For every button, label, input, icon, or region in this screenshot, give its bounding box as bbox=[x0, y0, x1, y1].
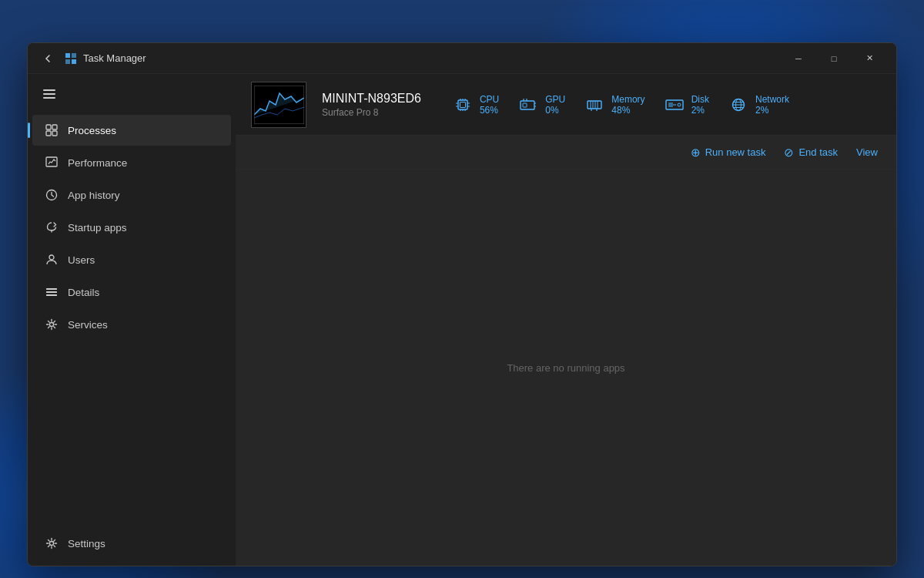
machine-info: MININT-N893ED6 Surface Pro 8 bbox=[322, 92, 421, 118]
empty-message: There are no running apps bbox=[507, 362, 624, 374]
gpu-label: GPU bbox=[545, 94, 565, 105]
disk-value: 2% bbox=[691, 105, 709, 116]
minimize-button[interactable]: ─ bbox=[781, 46, 816, 71]
network-label: Network bbox=[755, 94, 789, 105]
disk-label: Disk bbox=[691, 94, 709, 105]
apphistory-icon bbox=[45, 188, 59, 202]
sidebar-item-app-history-label: App history bbox=[68, 190, 120, 201]
sidebar-item-processes-label: Processes bbox=[68, 125, 116, 136]
sidebar-item-users-label: Users bbox=[68, 254, 95, 266]
cpu-value: 56% bbox=[480, 105, 499, 116]
sidebar-item-users[interactable]: Users bbox=[32, 244, 231, 275]
svg-rect-5 bbox=[43, 93, 55, 95]
sidebar-item-startup-apps[interactable]: Startup apps bbox=[32, 212, 231, 243]
sidebar-item-startup-apps-label: Startup apps bbox=[68, 222, 127, 234]
metric-memory: Memory 48% bbox=[584, 94, 644, 116]
sidebar-item-processes[interactable]: Processes bbox=[32, 115, 231, 146]
sidebar: Processes Performance bbox=[28, 74, 236, 566]
memory-label: Memory bbox=[611, 94, 644, 105]
svg-rect-34 bbox=[523, 103, 527, 107]
cpu-label: CPU bbox=[480, 94, 499, 105]
svg-rect-22 bbox=[460, 102, 465, 107]
memory-icon bbox=[584, 96, 605, 114]
sidebar-item-details-label: Details bbox=[68, 287, 99, 298]
maximize-button[interactable]: □ bbox=[816, 46, 852, 71]
close-button[interactable]: ✕ bbox=[852, 46, 887, 71]
content-area: Processes Performance bbox=[28, 74, 896, 566]
view-label: View bbox=[856, 146, 878, 158]
metric-cpu: CPU 56% bbox=[452, 94, 499, 116]
processes-icon bbox=[45, 123, 59, 137]
users-icon bbox=[45, 253, 59, 267]
sidebar-item-settings[interactable]: Settings bbox=[32, 528, 231, 559]
cpu-icon bbox=[452, 96, 474, 114]
end-task-label: End task bbox=[798, 146, 838, 158]
metric-gpu: GPU 0% bbox=[517, 94, 565, 116]
services-icon bbox=[45, 318, 59, 331]
svg-point-17 bbox=[50, 323, 54, 327]
sidebar-item-services-label: Services bbox=[68, 319, 108, 331]
task-manager-window: Task Manager ─ □ ✕ bbox=[27, 42, 897, 566]
view-button[interactable]: View bbox=[850, 143, 884, 161]
sidebar-item-app-history[interactable]: App history bbox=[32, 180, 231, 210]
machine-model: Surface Pro 8 bbox=[322, 107, 421, 118]
svg-rect-15 bbox=[46, 291, 57, 293]
run-new-task-button[interactable]: ⊕ Run new task bbox=[685, 143, 772, 163]
svg-rect-8 bbox=[52, 125, 57, 129]
svg-rect-10 bbox=[52, 131, 57, 136]
end-task-button[interactable]: ⊘ End task bbox=[778, 143, 844, 163]
svg-rect-9 bbox=[46, 131, 51, 136]
svg-rect-21 bbox=[458, 100, 467, 109]
svg-rect-0 bbox=[65, 53, 70, 58]
svg-rect-1 bbox=[72, 53, 76, 58]
network-icon bbox=[728, 96, 749, 114]
disk-icon bbox=[664, 96, 685, 114]
gpu-value: 0% bbox=[545, 105, 565, 116]
machine-name: MININT-N893ED6 bbox=[322, 92, 421, 106]
run-new-task-icon: ⊕ bbox=[691, 146, 701, 160]
svg-rect-2 bbox=[65, 59, 70, 64]
sidebar-item-performance[interactable]: Performance bbox=[32, 147, 231, 178]
svg-rect-3 bbox=[72, 59, 76, 64]
metrics-container: CPU 56% bbox=[452, 94, 789, 116]
memory-value: 48% bbox=[611, 105, 644, 116]
run-new-task-label: Run new task bbox=[705, 146, 766, 158]
svg-rect-14 bbox=[46, 288, 57, 290]
svg-point-47 bbox=[678, 103, 681, 106]
title-bar-label: Task Manager bbox=[83, 52, 146, 64]
sidebar-item-details[interactable]: Details bbox=[32, 277, 231, 307]
svg-rect-7 bbox=[46, 125, 51, 129]
sidebar-item-settings-label: Settings bbox=[68, 538, 105, 549]
sidebar-item-performance-label: Performance bbox=[68, 157, 127, 169]
machine-header: MININT-N893ED6 Surface Pro 8 bbox=[236, 74, 896, 136]
settings-icon bbox=[45, 536, 59, 550]
network-value: 2% bbox=[755, 105, 789, 116]
empty-content-area: There are no running apps bbox=[236, 170, 896, 566]
window-controls: ─ □ ✕ bbox=[781, 46, 887, 71]
sidebar-spacer bbox=[28, 341, 236, 527]
hamburger-button[interactable] bbox=[34, 80, 65, 108]
svg-rect-16 bbox=[46, 294, 57, 296]
svg-point-13 bbox=[49, 255, 54, 260]
app-icon bbox=[65, 52, 77, 65]
title-bar: Task Manager ─ □ ✕ bbox=[28, 43, 896, 74]
svg-rect-4 bbox=[43, 89, 55, 91]
toolbar: ⊕ Run new task ⊘ End task View bbox=[236, 136, 896, 170]
startup-icon bbox=[45, 220, 59, 234]
svg-point-18 bbox=[50, 542, 54, 546]
svg-rect-6 bbox=[43, 97, 55, 99]
metric-network: Network 2% bbox=[728, 94, 789, 116]
gpu-icon bbox=[517, 96, 539, 114]
metric-disk: Disk 2% bbox=[664, 94, 709, 116]
main-content: MININT-N893ED6 Surface Pro 8 bbox=[236, 74, 896, 566]
end-task-icon: ⊘ bbox=[784, 146, 794, 160]
back-button[interactable] bbox=[37, 48, 59, 69]
svg-rect-39 bbox=[588, 101, 601, 109]
details-icon bbox=[45, 285, 59, 299]
sidebar-item-services[interactable]: Services bbox=[32, 309, 231, 340]
performance-icon bbox=[45, 156, 59, 170]
machine-thumbnail bbox=[251, 82, 306, 128]
